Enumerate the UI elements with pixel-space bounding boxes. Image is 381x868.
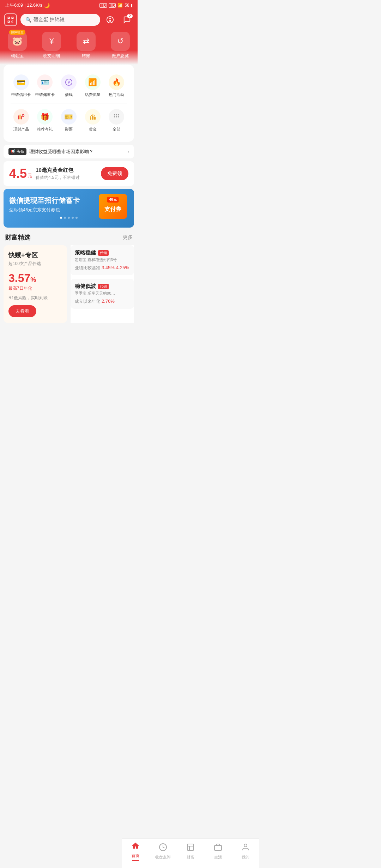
xinyongka-label: 申请信用卡 [11,92,31,97]
service-chucunika[interactable]: 🪪 申请储蓄卡 [33,72,57,100]
wealth-card-wenjian[interactable]: 稳健低波 代销 季季宝 乐享天天购90… 成立以来年化 2.76% [71,279,134,309]
svg-point-26 [118,116,119,117]
wealth-section-header: 财富精选 更多 [0,228,138,245]
gift-box: 46元 支付券 [99,194,127,219]
service-quanbu[interactable]: 全部 [104,106,128,135]
zhuanzhang-icon: ⇄ [77,32,96,51]
quick-item-chaochaobao[interactable]: 抽体验金 🐷 朝朝宝 [8,32,27,59]
service-huodong[interactable]: 🔥 热门活动 [104,72,128,100]
status-right: HD HD 📶 58 ▮ [99,3,133,8]
celue-rate: 3.45%-4.25% [102,265,129,270]
gold-title: 10毫克黄金红包 [36,167,97,174]
huangjin-label: 黄金 [89,127,97,132]
quick-item-zhuanzhang[interactable]: ⇄ 转账 [77,32,96,59]
ticker-text: 理财收益受哪些市场因素影响？ [29,149,93,155]
service-yingpiao[interactable]: 🎫 影票 [57,106,81,135]
dot-5 [75,217,78,219]
licai-icon [13,109,29,125]
wealth-card-kuaishu[interactable]: 快赎+专区 超100支产品任选 3.57% 最高7日年化 R1低风险，实时到账 … [4,245,67,323]
wifi-icon: 📶 [117,3,123,8]
celue-product: 定期宝 嘉和稳选封闭3号 [75,257,130,263]
kuaishu-note: R1低风险，实时到账 [8,295,62,301]
claim-button[interactable]: 免费领 [101,167,128,180]
search-placeholder: 砸金蛋 抽锦鲤 [34,17,65,23]
svg-point-25 [116,116,117,117]
quanbu-label: 全部 [113,127,120,132]
wenjian-rate-row: 成立以来年化 2.76% [75,298,130,305]
wenjian-product: 季季宝 乐享天天购90… [75,291,130,296]
service-xinyongka[interactable]: 💳 申请信用卡 [9,72,33,100]
xinyongka-icon: 💳 [13,74,29,90]
moon-icon: 🌙 [44,3,50,8]
wealth-section-title: 财富精选 [5,233,30,242]
wealth-cards-right: 策略稳健 代销 定期宝 嘉和稳选封闭3号 业绩比较基准 3.45%-4.25% … [71,245,134,323]
wealth-grid: 快赎+专区 超100支产品任选 3.57% 最高7日年化 R1低风险，实时到账 … [4,245,134,323]
services-card: 💳 申请信用卡 🪪 申请储蓄卡 ¥ 借钱 📶 话费流量 [4,65,134,142]
gold-amount: 4.5 元 [9,166,32,181]
svg-rect-17 [94,117,96,120]
shouzhi-icon: ¥ [42,32,61,51]
wenjian-tag: 代销 [98,284,109,289]
quick-menu: 抽体验金 🐷 朝朝宝 ¥ 收支明细 ⇄ 转账 ↺ 账户总览 [0,29,138,65]
dot-4 [72,217,74,219]
news-ticker[interactable]: 📢 头条 理财收益受哪些市场因素影响？ › [4,145,134,158]
huodong-icon: 🔥 [109,74,124,90]
celue-rate-label: 业绩比较基准 [75,265,100,270]
service-huangjin[interactable]: 黄金 [81,106,105,135]
search-input[interactable]: 🔍 砸金蛋 抽锦鲤 [20,14,100,26]
banner-decoration: 46元 支付券 [95,192,131,221]
scan-button[interactable] [4,13,17,26]
time-display: 上午6:09 | 12.6K/s [5,2,42,8]
message-button[interactable]: 2 [121,13,133,26]
wealth-more-button[interactable]: 更多 [123,234,133,241]
dot-1 [60,217,62,219]
quanbu-icon [109,109,124,125]
ticker-arrow: › [128,149,129,154]
huodong-label: 热门活动 [109,92,124,97]
dot-3 [68,217,70,219]
svg-rect-0 [8,17,10,19]
wenjian-title: 稳健低波 [75,283,96,290]
service-jieqian[interactable]: ¥ 借钱 [57,72,81,100]
search-icon: 🔍 [25,17,31,23]
gold-packet: 4.5 元 10毫克黄金红包 价值约4.5元，不容错过 免费领 [4,161,134,186]
service-huafei[interactable]: 📶 话费流量 [81,72,105,100]
search-area: 🔍 砸金蛋 抽锦鲤 2 [0,11,138,29]
status-bar: 上午6:09 | 12.6K/s 🌙 HD HD 📶 58 ▮ [0,0,138,11]
svg-rect-11 [19,115,20,120]
promotion-banner[interactable]: 微信提现至招行储蓄卡 达标领46元京东支付券包 46元 支付券 [4,189,134,228]
battery-display: 58 ▮ [125,3,133,8]
wealth-card-celue[interactable]: 策略稳健 代销 定期宝 嘉和稳选封闭3号 业绩比较基准 3.45%-4.25% [71,245,134,275]
svg-rect-1 [12,17,13,19]
gold-unit: 元 [28,173,32,181]
svg-point-24 [114,116,115,117]
celue-rate-row: 业绩比较基准 3.45%-4.25% [75,265,130,271]
quick-item-zhanghuzonglan[interactable]: ↺ 账户总览 [111,32,130,59]
wenjian-rate-label: 成立以来年化 [75,299,100,304]
svg-rect-16 [92,116,93,120]
yingpiao-label: 影票 [65,127,73,132]
trial-badge: 抽体验金 [9,30,25,35]
service-licai[interactable]: 理财产品 [9,106,33,135]
wenjian-rate: 2.76% [102,299,115,304]
service-button[interactable] [104,13,116,26]
ticker-tag: 📢 头条 [8,148,26,155]
celue-title-row: 策略稳健 代销 [75,249,130,256]
kuaishu-title: 快赎+专区 [8,251,62,259]
celue-title: 策略稳健 [75,249,96,256]
message-badge: 2 [127,14,133,18]
celue-tag: 代销 [98,250,109,256]
huafei-icon: 📶 [85,74,101,90]
service-tuijian[interactable]: 🎁 推荐有礼 [33,106,57,135]
kuaishu-go-button[interactable]: 去看看 [8,305,36,317]
svg-point-23 [118,114,119,116]
tuijian-label: 推荐有礼 [37,127,53,132]
quick-item-shouzhi[interactable]: ¥ 收支明细 [42,32,61,59]
quick-label-shouzhi: 收支明细 [43,53,60,59]
kuaishu-rate-value: 3.57 [8,272,30,284]
svg-rect-12 [21,116,22,119]
tuijian-icon: 🎁 [37,109,53,125]
svg-text:¥: ¥ [67,80,70,85]
zhanghuzonglan-icon: ↺ [111,32,130,51]
yingpiao-icon: 🎫 [61,109,77,125]
